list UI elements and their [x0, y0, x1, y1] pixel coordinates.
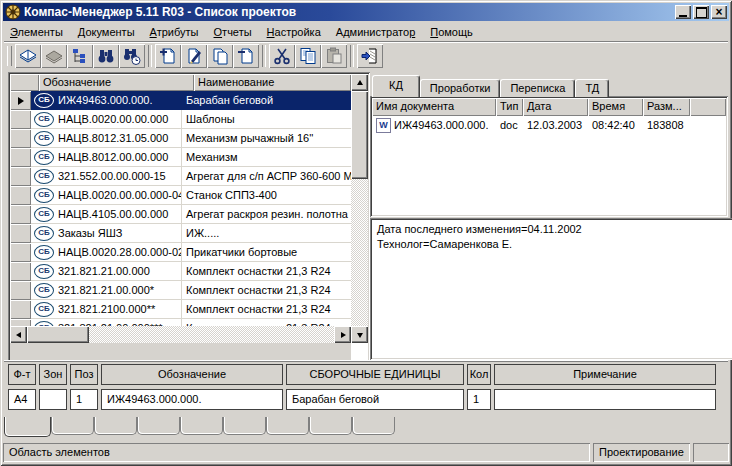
copy-document-button[interactable]: [207, 44, 233, 68]
row-selector[interactable]: [10, 129, 31, 148]
table-row[interactable]: СБ ИЖ49463.000.000. Барабан беговой: [10, 91, 351, 110]
row-selector[interactable]: [10, 167, 31, 186]
table-row[interactable]: СБ Заказы ЯШЗ ИЖ.....: [10, 224, 351, 243]
scroll-down-button[interactable]: [351, 326, 368, 343]
scroll-left-button[interactable]: [10, 326, 27, 343]
document-tab[interactable]: Проработки: [420, 79, 501, 97]
designation-cell: НАЦВ.8012.31.05.000: [58, 132, 168, 144]
sheet-tab[interactable]: [180, 417, 223, 435]
sheet-tab[interactable]: [352, 417, 395, 435]
bom-table: Ф-т Зон Поз Обозначение СБОРОЧНЫЕ ЕДИНИЦ…: [4, 360, 728, 415]
bom-cell-zone[interactable]: [39, 389, 67, 410]
table-row[interactable]: СБ 321.552.00.00.000-15 Агрегат для с/п …: [10, 167, 351, 186]
find-by-attribute-button[interactable]: [119, 44, 145, 68]
menu-item[interactable]: Элементы: [4, 24, 69, 40]
document-tab[interactable]: ТД: [575, 79, 609, 97]
vertical-scrollbar[interactable]: [351, 74, 368, 343]
row-selector[interactable]: [10, 281, 31, 300]
row-selector[interactable]: [10, 262, 31, 281]
assembly-badge-icon: СБ: [34, 169, 54, 184]
column-header-size[interactable]: Разм...: [643, 98, 690, 116]
row-selector[interactable]: [10, 224, 31, 243]
sheet-tab[interactable]: [309, 417, 352, 435]
table-row[interactable]: СБ 321.821.21.00.000*** Комплект оснастк…: [10, 319, 351, 326]
bom-cell-name[interactable]: Барабан беговой: [286, 389, 464, 410]
table-row[interactable]: СБ НАЦВ.4105.00.00.000 Агрегат раскроя р…: [10, 205, 351, 224]
toolbar-grip[interactable]: [7, 46, 12, 66]
toolbar-separator: [262, 45, 266, 67]
row-selector[interactable]: [10, 300, 31, 319]
row-selector[interactable]: [10, 91, 31, 110]
new-document-button[interactable]: [155, 44, 181, 68]
tree-view-button[interactable]: [67, 44, 93, 68]
column-header-date[interactable]: Дата: [523, 98, 588, 116]
table-row[interactable]: СБ 321.821.2100.000** Комплект оснастки …: [10, 300, 351, 319]
table-row[interactable]: СБ НАЦВ.0020.28.00.000-02Р Прикатчики бо…: [10, 243, 351, 262]
project-rows: СБ ИЖ49463.000.000. Барабан беговой СБ Н…: [10, 91, 351, 326]
paste-button[interactable]: [321, 44, 347, 68]
table-row[interactable]: СБ 321.821.21.00.000* Комплект оснастки …: [10, 281, 351, 300]
row-selector[interactable]: [10, 243, 31, 262]
bom-cell-note[interactable]: [494, 389, 716, 410]
exit-button[interactable]: [357, 44, 383, 68]
horizontal-scrollbar[interactable]: [10, 326, 351, 343]
row-selector[interactable]: [10, 148, 31, 167]
column-header-name[interactable]: Наименование: [194, 74, 351, 91]
table-row[interactable]: СБ НАЦВ.8012.31.05.000 Механизм рычажный…: [10, 129, 351, 148]
menu-item[interactable]: Атрибуты: [144, 24, 205, 40]
menu-item[interactable]: Администратор: [330, 24, 421, 40]
hscrollbar-track[interactable]: [89, 326, 334, 343]
menu-item[interactable]: Настройка: [261, 24, 327, 40]
scroll-right-button[interactable]: [334, 326, 351, 343]
menu-item[interactable]: Отчеты: [208, 24, 258, 40]
minimize-button[interactable]: [675, 5, 691, 19]
designation-cell: ИЖ49463.000.000.: [58, 94, 153, 106]
vscrollbar-track[interactable]: [351, 179, 368, 326]
sheet-tab[interactable]: [137, 417, 180, 435]
cut-button[interactable]: [269, 44, 295, 68]
bom-cell-format[interactable]: А4: [8, 389, 36, 410]
copy-button[interactable]: [295, 44, 321, 68]
close-button[interactable]: ×: [711, 5, 727, 19]
edit-document-button[interactable]: [181, 44, 207, 68]
closed-book-button[interactable]: [41, 44, 67, 68]
row-selector[interactable]: [10, 319, 31, 326]
table-row[interactable]: СБ НАЦВ.8012.00.00.000 Механизм: [10, 148, 351, 167]
sheet-tab[interactable]: [51, 417, 94, 435]
vscrollbar-thumb[interactable]: [351, 91, 368, 179]
column-header-docname[interactable]: Имя документа: [372, 98, 496, 116]
sheet-tab[interactable]: [94, 417, 137, 435]
bom-cell-designation[interactable]: ИЖ49463.000.000.: [101, 389, 283, 410]
column-header-time[interactable]: Время: [588, 98, 643, 116]
document-tab[interactable]: КД: [372, 75, 420, 97]
row-selector[interactable]: [10, 186, 31, 205]
scroll-up-button[interactable]: [351, 74, 368, 91]
find-by-attribute-icon: [122, 46, 142, 66]
open-book-button[interactable]: [15, 44, 41, 68]
bom-cell-pos[interactable]: 1: [70, 389, 98, 410]
hscrollbar-thumb[interactable]: [27, 326, 89, 343]
bom-cell-qty[interactable]: 1: [467, 389, 491, 410]
table-row[interactable]: СБ НАЦВ.0020.00.00.000 Шаблоны: [10, 110, 351, 129]
document-tab[interactable]: Переписка: [500, 79, 575, 97]
column-header-designation[interactable]: Обозначение: [39, 74, 194, 91]
name-cell: Агрегат для с/п АСПР 360-600 М: [182, 167, 351, 186]
bom-header-units: СБОРОЧНЫЕ ЕДИНИЦЫ: [286, 364, 464, 385]
row-selector[interactable]: [10, 110, 31, 129]
row-selector[interactable]: [10, 205, 31, 224]
name-cell: Шаблоны: [182, 110, 351, 129]
sheet-tab[interactable]: [223, 417, 266, 435]
menu-item[interactable]: Помощь: [424, 24, 479, 40]
column-header-type[interactable]: Тип: [496, 98, 523, 116]
table-row[interactable]: СБ НАЦВ.0020.00.00.000-04 Станок СПП3-40…: [10, 186, 351, 205]
window-title: Компас-Менеджер 5.11 R03 - Список проект…: [24, 5, 675, 19]
minimize-icon: [679, 15, 687, 17]
maximize-button[interactable]: [693, 5, 709, 19]
sheet-tab[interactable]: [4, 417, 51, 437]
menu-item[interactable]: Документы: [72, 24, 141, 40]
delete-document-button[interactable]: [233, 44, 259, 68]
find-button[interactable]: [93, 44, 119, 68]
table-row[interactable]: СБ 321.821.21.00.000 Комплект оснастки 2…: [10, 262, 351, 281]
document-row[interactable]: W ИЖ49463.000.000. doc 12.03.2003 08:42:…: [372, 116, 726, 134]
sheet-tab[interactable]: [266, 417, 309, 435]
